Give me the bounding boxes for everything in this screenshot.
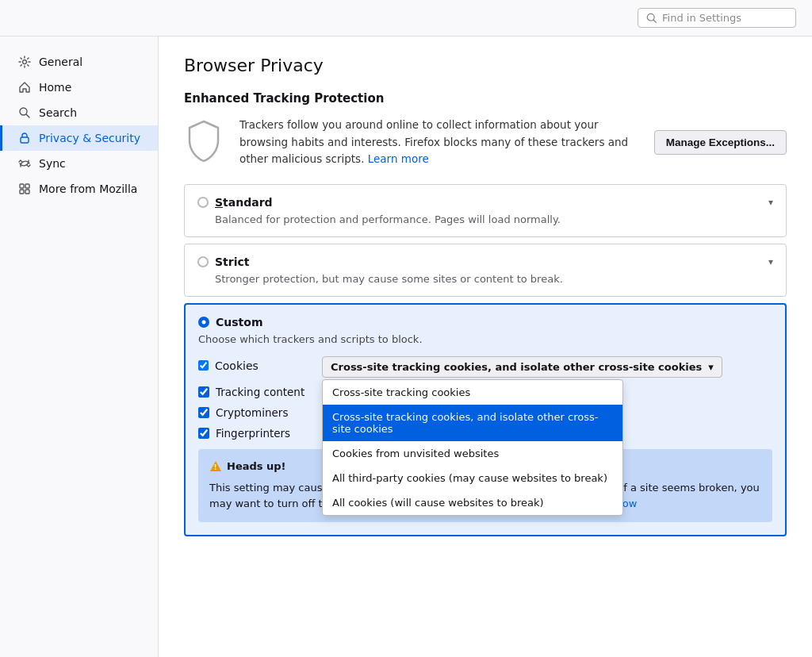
custom-card-header: Custom [198, 316, 772, 328]
custom-label: Custom [216, 316, 262, 328]
mozilla-icon [18, 182, 31, 195]
strict-radio[interactable] [197, 256, 209, 267]
custom-radio[interactable] [198, 317, 209, 328]
standard-label: Standard [215, 196, 273, 209]
cookies-row: Cookies Cross-site tracking cookies, and… [198, 356, 772, 378]
cryptominers-checkbox[interactable] [198, 407, 209, 418]
cookies-dropdown-wrapper: Cross-site tracking cookies, and isolate… [322, 356, 722, 378]
svg-rect-6 [20, 184, 24, 188]
search-icon [646, 13, 657, 24]
etp-section-title: Enhanced Tracking Protection [184, 91, 787, 106]
standard-chevron: ▾ [768, 197, 773, 208]
sidebar-item-home[interactable]: Home [0, 75, 158, 100]
dropdown-item-1[interactable]: Cross-site tracking cookies, and isolate… [323, 405, 622, 441]
warning-icon: ! [209, 460, 222, 473]
strict-label: Strict [215, 256, 249, 268]
sidebar-item-privacy-label: Privacy & Security [39, 132, 140, 144]
svg-line-4 [26, 114, 29, 117]
tracking-content-checkbox[interactable] [198, 386, 209, 398]
standard-option-card[interactable]: Standard ▾ Balanced for protection and p… [184, 184, 787, 237]
svg-rect-8 [20, 190, 24, 194]
home-icon [18, 81, 31, 94]
sidebar-item-more[interactable]: More from Mozilla [0, 176, 158, 202]
sidebar-item-search-label: Search [39, 106, 77, 119]
etp-description: Trackers follow you around online to col… [239, 117, 638, 168]
sidebar-item-privacy[interactable]: Privacy & Security [0, 125, 158, 151]
etp-info-row: Trackers follow you around online to col… [184, 117, 787, 168]
dropdown-item-4[interactable]: All cookies (will cause websites to brea… [323, 490, 622, 515]
svg-rect-9 [25, 190, 29, 194]
dropdown-item-2[interactable]: Cookies from unvisited websites [323, 441, 622, 466]
strict-option-card[interactable]: Strict ▾ Stronger protection, but may ca… [184, 244, 787, 297]
strict-desc: Stronger protection, but may cause some … [197, 273, 773, 285]
etp-learn-more-link[interactable]: Learn more [368, 152, 429, 165]
find-placeholder: Find in Settings [662, 12, 741, 24]
sidebar-item-search[interactable]: Search [0, 100, 158, 125]
dropdown-item-3[interactable]: All third-party cookies (may cause websi… [323, 466, 622, 490]
sync-icon [18, 157, 31, 170]
svg-point-2 [23, 60, 27, 64]
cookies-dropdown-chevron: ▾ [708, 361, 714, 373]
shield-icon [184, 117, 224, 164]
standard-radio[interactable] [197, 197, 209, 208]
top-bar: Find in Settings [0, 0, 812, 36]
fingerprinters-label: Fingerprinters [216, 427, 290, 440]
layout: General Home Search Privacy & Security [0, 36, 812, 657]
strict-chevron: ▾ [768, 256, 773, 267]
cookies-label: Cookies [215, 359, 259, 372]
custom-option-card[interactable]: Custom Choose which trackers and scripts… [184, 303, 787, 536]
sidebar-item-sync-label: Sync [39, 157, 66, 170]
search-icon [18, 106, 31, 119]
manage-exceptions-button[interactable]: Manage Exceptions... [654, 130, 787, 155]
find-in-settings-input[interactable]: Find in Settings [638, 8, 796, 28]
sidebar: General Home Search Privacy & Security [0, 36, 159, 657]
tracking-content-label: Tracking content [216, 386, 304, 398]
svg-text:!: ! [213, 463, 216, 471]
sidebar-item-general-label: General [39, 56, 82, 68]
cookies-selected-value: Cross-site tracking cookies, and isolate… [331, 361, 702, 373]
sidebar-item-general[interactable]: General [0, 49, 158, 75]
cookies-select-button[interactable]: Cross-site tracking cookies, and isolate… [322, 356, 722, 378]
sidebar-item-more-label: More from Mozilla [39, 182, 137, 195]
sidebar-item-sync[interactable]: Sync [0, 151, 158, 176]
gear-icon [18, 56, 31, 68]
svg-rect-7 [25, 184, 29, 188]
custom-desc: Choose which trackers and scripts to blo… [198, 333, 772, 345]
fingerprinters-checkbox[interactable] [198, 428, 209, 439]
standard-desc: Balanced for protection and performance.… [197, 213, 773, 225]
cookies-dropdown-menu: Cross-site tracking cookies Cross-site t… [322, 379, 623, 516]
lock-icon [18, 132, 31, 144]
main-content: Browser Privacy Enhanced Tracking Protec… [159, 36, 812, 657]
sidebar-item-home-label: Home [39, 81, 71, 94]
cookies-checkbox[interactable] [198, 360, 209, 371]
svg-line-1 [653, 20, 656, 22]
dropdown-item-0[interactable]: Cross-site tracking cookies [323, 380, 622, 405]
cryptominers-label: Cryptominers [216, 406, 288, 419]
svg-rect-5 [21, 137, 29, 143]
page-title: Browser Privacy [184, 56, 787, 75]
